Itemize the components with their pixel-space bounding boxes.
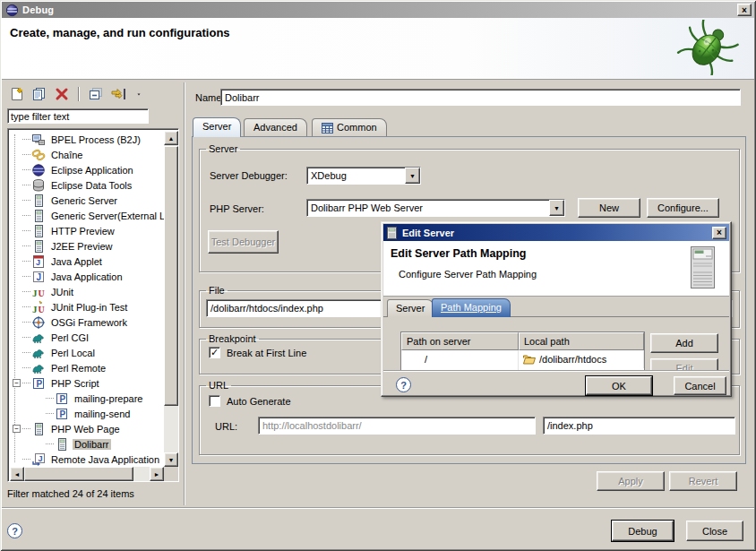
chain-icon xyxy=(31,148,46,162)
dialog-titlebar[interactable]: Edit Server × xyxy=(383,224,729,241)
tree-item[interactable]: J2EE Preview xyxy=(10,238,164,254)
configure-server-button[interactable]: Configure... xyxy=(647,198,719,218)
tree-hscrollbar-right-button[interactable]: ► xyxy=(150,467,164,481)
dialog-help-button[interactable]: ? xyxy=(396,377,411,392)
remote-java-icon: J xyxy=(31,452,46,467)
perl-icon xyxy=(31,361,46,375)
php-icon: P xyxy=(55,407,69,421)
path-on-server-cell: / xyxy=(401,350,519,368)
tree-item[interactable]: BPEL Process (B2J) xyxy=(10,132,164,147)
new-server-button[interactable]: New xyxy=(578,198,640,218)
tree-item-label: BPEL Process (B2J) xyxy=(49,134,142,145)
new-config-icon[interactable] xyxy=(9,87,25,102)
svg-text:J: J xyxy=(32,303,38,314)
tree-item[interactable]: OSGi Framework xyxy=(10,314,164,330)
chevron-down-icon[interactable]: ▼ xyxy=(405,168,420,184)
tree-item[interactable]: Eclipse Data Tools xyxy=(10,177,164,193)
collapse-toggle-icon[interactable]: − xyxy=(13,379,21,387)
chevron-down-icon[interactable]: ▼ xyxy=(549,200,564,216)
junit-plugin-icon: JU xyxy=(31,300,46,314)
tree-item[interactable]: −PHP Web Page xyxy=(10,421,164,436)
tree-item[interactable]: Pmailing-send xyxy=(10,406,164,421)
server-debugger-combo[interactable]: XDebug▼ xyxy=(306,167,421,185)
server-debugger-label: Server Debugger: xyxy=(210,170,288,181)
tree-hscrollbar-thumb[interactable] xyxy=(24,467,133,481)
tree-item[interactable]: Generic Server(External La xyxy=(10,208,164,223)
svg-text:P: P xyxy=(37,379,43,389)
tree-item[interactable]: −PPHP Script xyxy=(10,375,164,391)
tree-item[interactable]: HTTP Preview xyxy=(10,223,164,238)
tree-item[interactable]: JJava Applet xyxy=(10,254,164,269)
collapse-all-icon[interactable] xyxy=(88,87,104,102)
svg-text:J: J xyxy=(39,454,43,463)
folder-open-icon xyxy=(522,352,537,366)
test-debugger-button[interactable]: Test Debugger xyxy=(208,230,279,254)
tree-item[interactable]: JUJUnit Plug-in Test xyxy=(10,299,164,314)
column-header[interactable]: Local path xyxy=(519,332,644,350)
url-path-input[interactable]: /index.php xyxy=(543,417,735,435)
tree-item[interactable]: Chaîne xyxy=(10,147,164,162)
revert-button[interactable]: Revert xyxy=(669,471,737,491)
window-close-button[interactable]: × xyxy=(737,4,752,16)
tree-vscrollbar-up-button[interactable]: ▲ xyxy=(164,131,178,145)
tree-connector xyxy=(22,215,30,216)
add-mapping-button[interactable]: Add xyxy=(650,333,718,353)
tree-connector xyxy=(22,428,30,429)
delete-icon[interactable] xyxy=(54,87,70,102)
tree-connector xyxy=(22,459,30,460)
duplicate-icon[interactable] xyxy=(31,87,47,102)
collapse-toggle-icon[interactable]: − xyxy=(13,425,21,433)
tree-connector xyxy=(46,443,54,444)
svg-text:P: P xyxy=(60,409,66,419)
server-icon xyxy=(386,227,398,239)
tree-item[interactable]: Pmailing-prepare xyxy=(10,391,164,406)
tab-server[interactable]: Server xyxy=(193,117,241,137)
tree-item-label: JUnit Plug-in Test xyxy=(49,302,129,313)
perl-icon xyxy=(31,346,46,360)
tree-item-selected[interactable]: Dolibarr xyxy=(10,436,164,452)
tab-common[interactable]: Common xyxy=(312,118,387,137)
tree-item[interactable]: JRemote Java Application xyxy=(10,452,164,467)
tree-item-label: Perl CGI xyxy=(49,332,90,343)
tree-connector xyxy=(22,169,30,170)
dialog-close-button[interactable]: × xyxy=(712,227,726,239)
apply-button[interactable]: Apply xyxy=(597,471,665,491)
dialog-tab-server[interactable]: Server xyxy=(387,299,434,317)
tree-connector xyxy=(22,230,30,231)
dialog-tab-path-mapping[interactable]: Path Mapping xyxy=(432,298,511,317)
panel-sash[interactable] xyxy=(184,82,185,505)
tree-vscrollbar-thumb[interactable] xyxy=(164,146,178,406)
filter-icon[interactable] xyxy=(110,87,126,102)
break-first-line-checkbox[interactable]: ✓ xyxy=(209,347,220,358)
help-button[interactable]: ? xyxy=(7,523,22,538)
filter-status-text: Filter matched 24 of 24 items xyxy=(7,488,134,499)
tree-item[interactable]: Perl Local xyxy=(10,345,164,360)
tree-item[interactable]: Perl CGI xyxy=(10,330,164,345)
tree-connector xyxy=(22,306,30,307)
ok-button[interactable]: OK xyxy=(586,376,652,395)
tree-connector xyxy=(22,322,30,323)
php-server-combo[interactable]: Dolibarr PHP Web Server▼ xyxy=(306,199,565,217)
debug-button[interactable]: Debug xyxy=(612,521,674,541)
edit-mapping-button[interactable]: Edit xyxy=(650,358,718,370)
window-titlebar[interactable]: Debug × xyxy=(2,2,754,18)
banner: Create, manage, and run configurations xyxy=(2,18,754,80)
tree-item[interactable]: JUJUnit xyxy=(10,284,164,299)
tree-item[interactable]: Eclipse Application xyxy=(10,162,164,177)
name-input[interactable]: Dolibarr xyxy=(220,89,741,106)
tree-vscrollbar-down-button[interactable]: ▼ xyxy=(164,452,178,467)
tab-advanced[interactable]: Advanced xyxy=(244,118,307,137)
table-row[interactable]: //dolibarr/htdocs xyxy=(401,350,644,368)
menu-dropdown-icon[interactable] xyxy=(133,87,149,102)
column-header[interactable]: Path on server xyxy=(401,332,519,350)
perl-icon xyxy=(31,331,46,345)
tree-item[interactable]: Perl Remote xyxy=(10,360,164,375)
tree-item-label: Chaîne xyxy=(49,150,84,160)
cancel-button[interactable]: Cancel xyxy=(674,376,726,395)
tree-item[interactable]: JJava Application xyxy=(10,269,164,284)
tree-item[interactable]: Generic Server xyxy=(10,193,164,208)
close-button[interactable]: Close xyxy=(686,521,743,541)
tree-hscrollbar-left-button[interactable]: ◄ xyxy=(10,467,24,481)
filter-input[interactable]: type filter text xyxy=(7,108,149,124)
auto-generate-checkbox[interactable]: ✓ xyxy=(209,395,220,407)
